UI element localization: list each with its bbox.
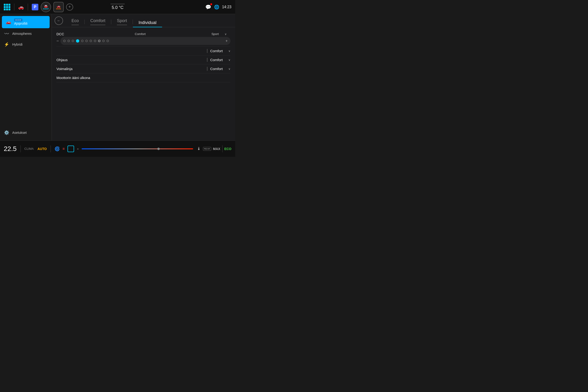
setting-row-ohjaus[interactable]: Ohjaus Comfort ∨ xyxy=(56,56,230,64)
sidebar-item-asetukset[interactable]: ⚙️ Asetukset xyxy=(0,127,52,138)
slider-thumb[interactable] xyxy=(157,148,160,150)
dcc-sport-label: Sport xyxy=(212,32,219,36)
sidebar-item-ajoprofiili[interactable]: 🚗 MODE Ajoprofiili xyxy=(2,16,50,28)
dcc-chevron: ∨ xyxy=(224,32,227,36)
clock-display: 14:23 xyxy=(222,5,232,9)
top-bar: 🚗 P 🚘 ASSIST 🚗 MODE + 5.0 °C 💬 🌐 14:23 xyxy=(0,0,235,14)
dcc-dot-10[interactable] xyxy=(102,40,105,42)
tab-individual[interactable]: Individual xyxy=(133,18,162,27)
mode-sub-label: MODE xyxy=(14,19,28,21)
fan-icon[interactable]: 🌀 xyxy=(54,146,60,152)
tab-sport[interactable]: Sport xyxy=(111,16,133,27)
divider-eco xyxy=(222,145,222,152)
divider2 xyxy=(28,4,28,10)
atmospheres-label: Atmospheres xyxy=(12,32,32,36)
atmospheres-icon: 〰️ xyxy=(4,31,10,36)
globe-icon[interactable]: 🌐 xyxy=(214,4,219,10)
voimalinja-chevron: ∨ xyxy=(228,67,230,70)
assist-button[interactable]: 🚘 ASSIST xyxy=(41,2,51,12)
top-bar-left: 🚗 P 🚘 ASSIST 🚗 MODE + xyxy=(4,2,73,12)
dcc-label: DCC xyxy=(56,32,64,36)
rear-heat-icon[interactable]: 🌡 xyxy=(197,146,201,151)
temp-section: 22.5 xyxy=(4,145,17,152)
dcc-slider-row[interactable]: − + xyxy=(56,37,230,45)
content-area: ← Eco Comfort Sport Individual xyxy=(52,14,235,140)
ajoprofiili-label: Ajoprofiili xyxy=(14,22,28,26)
dcc-plus-btn[interactable]: + xyxy=(226,39,228,43)
rear-label[interactable]: REAR xyxy=(203,147,211,151)
settings-list: DCC Comfort Sport ∨ − xyxy=(52,27,235,85)
car-icon[interactable]: 🚗 xyxy=(18,4,24,10)
mode-sidebar-icon: 🚗 xyxy=(6,20,11,25)
top-bar-right: 💬 🌐 14:23 xyxy=(205,4,232,10)
temp-line xyxy=(110,4,125,4)
ac-square-button[interactable] xyxy=(68,146,74,152)
hybridi-label: Hybridi xyxy=(12,42,22,46)
heat-lines-icon[interactable]: ≡ xyxy=(62,147,65,151)
dcc-dot-8[interactable] xyxy=(94,40,96,42)
main-layout: 🚗 MODE Ajoprofiili 〰️ Atmospheres ⚡ Hybr… xyxy=(0,14,235,140)
dcc-section: DCC Comfort Sport ∨ − xyxy=(56,30,230,46)
right-icons: 🌡 REAR MAX ECO xyxy=(197,145,232,152)
mode-label: MODE xyxy=(56,8,61,10)
max-label[interactable]: MAX xyxy=(213,147,220,151)
message-badge xyxy=(210,3,212,5)
voimalinja-value: Comfort xyxy=(207,67,223,71)
message-icon[interactable]: 💬 xyxy=(205,4,211,10)
sidebar-item-hybridi[interactable]: ⚡ Hybridi xyxy=(0,39,52,50)
climate-controls: 🌀 ≡ + xyxy=(54,146,193,152)
asetukset-icon: ⚙️ xyxy=(4,130,10,135)
parking-badge[interactable]: P xyxy=(32,4,38,10)
temperature-value: 5.0 °C xyxy=(112,5,124,10)
divider-auto xyxy=(50,145,51,152)
ohjaus-value: Comfort xyxy=(207,58,223,62)
back-button[interactable]: ← xyxy=(54,16,63,25)
climate-bar: 22.5 CLIMA AUTO 🌀 ≡ + 🌡 REAR MAX ECO xyxy=(0,140,235,157)
temp-row: 22.5 xyxy=(4,145,17,152)
temp-slider[interactable] xyxy=(82,148,193,149)
sidebar: 🚗 MODE Ajoprofiili 〰️ Atmospheres ⚡ Hybr… xyxy=(0,14,52,140)
dcc-dot-7[interactable] xyxy=(90,40,92,42)
tab-comfort[interactable]: Comfort xyxy=(85,16,111,27)
dcc-track[interactable]: + xyxy=(60,37,230,45)
setting-row-moottori: Moottorin ääni ulkona xyxy=(56,73,230,82)
dcc-dot-3[interactable] xyxy=(72,40,74,42)
mode-button[interactable]: 🚗 MODE xyxy=(54,2,64,12)
mode-badge: MODE xyxy=(14,18,22,22)
auto-label: AUTO xyxy=(38,147,46,151)
dcc-dot-2[interactable] xyxy=(68,40,70,42)
add-button[interactable]: + xyxy=(66,4,73,10)
dcc-dot-11[interactable] xyxy=(106,40,109,42)
dcc-dot-1[interactable] xyxy=(63,40,66,42)
asetukset-label: Asetukset xyxy=(12,131,26,134)
tab-eco[interactable]: Eco xyxy=(66,16,84,27)
voimalinja-label: Voimalinja xyxy=(56,67,85,71)
assist-label: ASSIST xyxy=(43,8,49,10)
dcc-dot-9[interactable] xyxy=(98,40,100,42)
sidebar-item-atmospheres[interactable]: 〰️ Atmospheres xyxy=(0,28,52,39)
temperature-display: 5.0 °C xyxy=(110,4,125,10)
hybridi-icon: ⚡ xyxy=(4,42,10,47)
dcc-minus-btn[interactable]: − xyxy=(56,38,59,44)
divider-clima xyxy=(20,145,21,152)
grid-icon[interactable] xyxy=(4,4,10,10)
ohjaus-label: Ohjaus xyxy=(56,58,85,62)
clima-label: CLIMA xyxy=(24,147,34,150)
eco-badge: ECO xyxy=(224,147,232,151)
mode-car-icon: 🚗 xyxy=(57,4,60,8)
setting-value-1: Comfort xyxy=(207,49,223,53)
setting-chevron-1: ∨ xyxy=(228,50,230,53)
dcc-dot-5[interactable] xyxy=(81,40,84,42)
plus-icon[interactable]: + xyxy=(77,147,79,151)
moottori-label: Moottorin ääni ulkona xyxy=(56,76,90,80)
dcc-dot-4[interactable] xyxy=(76,39,79,42)
divider xyxy=(14,4,14,10)
climate-temp: 22.5 xyxy=(4,145,17,152)
setting-row-voimalinja[interactable]: Voimalinja Comfort ∨ xyxy=(56,64,230,73)
setting-row-1[interactable]: Comfort ∨ xyxy=(56,46,230,56)
ohjaus-chevron: ∨ xyxy=(228,58,230,62)
dcc-top-row: DCC Comfort Sport ∨ xyxy=(56,32,230,36)
dcc-dot-6[interactable] xyxy=(86,40,88,42)
assist-car-icon: 🚘 xyxy=(44,4,48,8)
profile-tabs: ← Eco Comfort Sport Individual xyxy=(52,14,235,27)
